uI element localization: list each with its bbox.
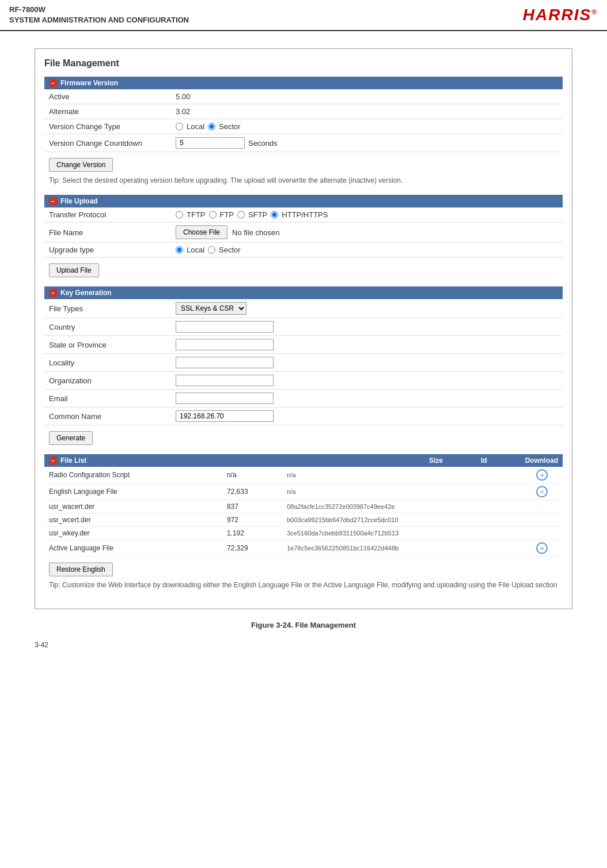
header-title: RF-7800W SYSTEM ADMINISTRATION AND CONFI… bbox=[9, 5, 189, 25]
file-size-cell: 72,329 bbox=[222, 540, 282, 557]
locality-row: Locality bbox=[44, 354, 563, 372]
organization-label: Organization bbox=[44, 372, 171, 390]
file-chooser-group: Choose File No file chosen bbox=[176, 225, 558, 239]
email-row: Email bbox=[44, 390, 563, 407]
file-size-cell: 1,192 bbox=[222, 527, 282, 540]
firmware-table: Active 5.00 Alternate 3.02 Version Chang… bbox=[44, 89, 563, 152]
page-header: RF-7800W SYSTEM ADMINISTRATION AND CONFI… bbox=[0, 0, 607, 31]
upload-file-button[interactable]: Upload File bbox=[49, 263, 99, 277]
country-row: Country bbox=[44, 318, 563, 336]
country-input[interactable] bbox=[176, 321, 274, 333]
common-name-input[interactable] bbox=[176, 410, 274, 422]
file-id-cell: n/a bbox=[282, 467, 522, 484]
file-types-select[interactable]: SSL Keys & CSR bbox=[176, 302, 246, 315]
vct-sector-radio[interactable] bbox=[208, 123, 215, 130]
upgrade-type-label: Upgrade type bbox=[44, 243, 171, 258]
email-input[interactable] bbox=[176, 393, 274, 404]
file-id-cell: b003ca99215bb647dbd2712cce5dc010 bbox=[282, 514, 522, 527]
upgrade-type-row: Upgrade type Local Sector bbox=[44, 243, 563, 258]
locality-input[interactable] bbox=[176, 357, 274, 368]
file-list-row: usr_wkey.der1,1923ce5160da7cbebb9311500a… bbox=[44, 527, 563, 540]
file-list-section-header: − File List Size Id Download bbox=[44, 454, 563, 467]
state-input[interactable] bbox=[176, 339, 274, 350]
proto-ftp-label: FTP bbox=[220, 210, 234, 219]
vct-local-label: Local bbox=[187, 122, 204, 131]
proto-ftp-radio[interactable] bbox=[209, 211, 217, 218]
file-download-cell: + bbox=[522, 540, 563, 557]
file-id-cell: 1e78c5ec36562250851bc116422d448b bbox=[282, 540, 522, 557]
firmware-alternate-row: Alternate 3.02 bbox=[44, 104, 563, 119]
organization-value bbox=[171, 372, 563, 390]
country-label: Country bbox=[44, 318, 171, 336]
alternate-label: Alternate bbox=[44, 104, 171, 119]
page-body: File Management − Firmware Version Activ… bbox=[0, 31, 607, 666]
file-list-row: English Language File72,633n/a+ bbox=[44, 484, 563, 500]
key-gen-table: File Types SSL Keys & CSR Country State … bbox=[44, 299, 563, 425]
version-change-type-row: Version Change Type Local Sector bbox=[44, 119, 563, 134]
firmware-section-header: − Firmware Version bbox=[44, 77, 563, 89]
file-list-section: − File List Size Id Download Radio Confi… bbox=[44, 454, 563, 590]
file-size-cell: n/a bbox=[222, 467, 282, 484]
file-name-cell: usr_wcert.der bbox=[44, 514, 222, 527]
organization-input[interactable] bbox=[176, 375, 274, 386]
no-file-text: No file chosen bbox=[232, 228, 279, 237]
file-types-value: SSL Keys & CSR bbox=[171, 299, 563, 318]
upgrade-type-value: Local Sector bbox=[171, 243, 563, 258]
proto-tftp-radio[interactable] bbox=[176, 211, 183, 218]
firmware-section: − Firmware Version Active 5.00 Alternate… bbox=[44, 77, 563, 186]
email-label: Email bbox=[44, 390, 171, 407]
countdown-label: Version Change Countdown bbox=[44, 134, 171, 152]
page-number: 3-42 bbox=[35, 641, 572, 649]
file-list-section-label: File List bbox=[60, 456, 86, 465]
file-name-value: Choose File No file chosen bbox=[171, 222, 563, 243]
choose-file-button[interactable]: Choose File bbox=[176, 225, 227, 239]
transfer-protocol-value: TFTP FTP SFTP HTTP/HTTPS bbox=[171, 207, 563, 222]
countdown-input[interactable] bbox=[176, 137, 245, 149]
file-name-cell: Radio Configuration Script bbox=[44, 467, 222, 484]
upgrade-type-radio-group: Local Sector bbox=[176, 246, 558, 254]
change-version-button[interactable]: Change Version bbox=[49, 158, 113, 172]
upg-local-radio[interactable] bbox=[176, 246, 183, 254]
download-icon[interactable]: + bbox=[536, 469, 548, 481]
key-generation-section: − Key Generation File Types SSL Keys & C… bbox=[44, 286, 563, 445]
transfer-protocol-label: Transfer Protocol bbox=[44, 207, 171, 222]
organization-row: Organization bbox=[44, 372, 563, 390]
proto-https-radio[interactable] bbox=[271, 211, 278, 218]
seconds-label: Seconds bbox=[248, 139, 278, 148]
upg-sector-radio[interactable] bbox=[208, 246, 215, 254]
file-list-row: Radio Configuration Scriptn/an/a+ bbox=[44, 467, 563, 484]
generate-button[interactable]: Generate bbox=[49, 431, 93, 445]
file-name-row: File Name Choose File No file chosen bbox=[44, 222, 563, 243]
file-name-cell: usr_wkey.der bbox=[44, 527, 222, 540]
download-col-header: Download bbox=[525, 456, 558, 465]
file-upload-section-header: − File Upload bbox=[44, 195, 563, 207]
file-name-cell: usr_wacert.der bbox=[44, 500, 222, 514]
version-type-radio-group: Local Sector bbox=[176, 122, 558, 131]
file-list-toggle[interactable]: − bbox=[49, 456, 57, 465]
file-upload-section-label: File Upload bbox=[60, 197, 98, 205]
download-icon[interactable]: + bbox=[536, 486, 548, 497]
firmware-tip: Tip: Select the desired operating versio… bbox=[49, 175, 558, 186]
key-gen-toggle[interactable]: − bbox=[49, 289, 57, 297]
file-download-cell: + bbox=[522, 467, 563, 484]
version-change-countdown-row: Version Change Countdown Seconds bbox=[44, 134, 563, 152]
header-line1: RF-7800W bbox=[9, 5, 189, 15]
proto-sftp-radio[interactable] bbox=[237, 211, 245, 218]
file-upload-section: − File Upload Transfer Protocol TFTP FTP… bbox=[44, 195, 563, 277]
restore-english-button[interactable]: Restore English bbox=[49, 563, 113, 576]
file-upload-toggle[interactable]: − bbox=[49, 197, 57, 205]
firmware-section-label: Firmware Version bbox=[60, 79, 118, 87]
file-list-row: usr_wacert.der83708a2facfe1cc35272e00398… bbox=[44, 500, 563, 514]
file-size-cell: 72,633 bbox=[222, 484, 282, 500]
active-label: Active bbox=[44, 89, 171, 104]
card-title: File Management bbox=[44, 58, 563, 69]
proto-tftp-label: TFTP bbox=[187, 210, 206, 219]
state-row: State or Province bbox=[44, 336, 563, 354]
download-icon[interactable]: + bbox=[536, 542, 548, 554]
upg-sector-label: Sector bbox=[219, 246, 241, 254]
firmware-toggle[interactable]: − bbox=[49, 79, 57, 87]
file-name-cell: English Language File bbox=[44, 484, 222, 500]
locality-value bbox=[171, 354, 563, 372]
vct-local-radio[interactable] bbox=[176, 123, 183, 130]
proto-https-label: HTTP/HTTPS bbox=[282, 210, 328, 219]
